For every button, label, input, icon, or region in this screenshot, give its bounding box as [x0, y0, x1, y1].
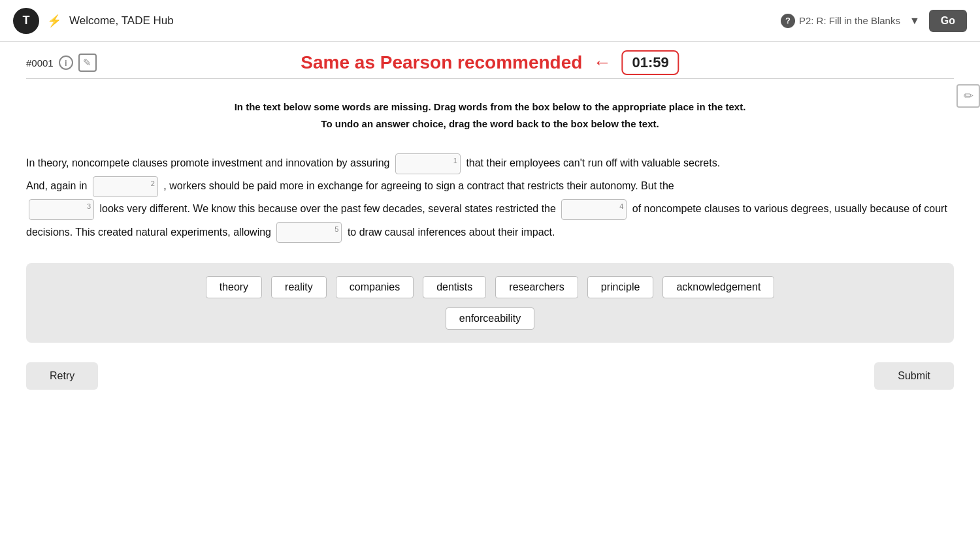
- word-chip-acknowledgement[interactable]: acknowledgement: [662, 276, 774, 298]
- passage-text-2: that their employees can't run off with …: [466, 157, 720, 168]
- word-chip-researchers[interactable]: researchers: [495, 276, 578, 298]
- header-right: ? P2: R: Fill in the Blanks ▼ Go: [781, 10, 967, 32]
- blank-num-1: 1: [453, 153, 457, 168]
- blank-4[interactable]: 4: [561, 199, 627, 220]
- blank-5[interactable]: 5: [276, 222, 342, 243]
- word-chip-enforceability[interactable]: enforceability: [446, 307, 534, 330]
- word-chip-companies[interactable]: companies: [336, 276, 414, 298]
- word-bank-row-1: theory reality companies dentists resear…: [46, 276, 934, 298]
- question-number: #0001: [26, 57, 54, 69]
- arrow-icon: ←: [593, 54, 611, 72]
- section-label: P2: R: Fill in the Blanks: [799, 15, 900, 26]
- retry-button[interactable]: Retry: [26, 362, 98, 390]
- word-bank: theory reality companies dentists resear…: [26, 263, 954, 343]
- help-section: ? P2: R: Fill in the Blanks: [781, 14, 900, 28]
- pencil-icon[interactable]: ✏: [956, 84, 980, 108]
- bolt-icon: ⚡: [47, 14, 61, 28]
- passage-text-7: to draw causal inferences about their im…: [348, 227, 555, 238]
- blank-3[interactable]: 3: [29, 199, 94, 220]
- passage-text-4: , workers should be paid more in exchang…: [163, 180, 674, 191]
- edit-icon[interactable]: ✎: [78, 54, 97, 72]
- blank-num-2: 2: [151, 176, 155, 191]
- passage-text-1: In theory, noncompete clauses promote in…: [26, 157, 389, 168]
- avatar: T: [13, 8, 39, 34]
- passage-text-5: looks very different. We know this becau…: [99, 203, 555, 214]
- blank-num-5: 5: [335, 221, 338, 237]
- instructions-line2: To undo an answer choice, drag the word …: [26, 116, 954, 133]
- word-chip-reality[interactable]: reality: [271, 276, 327, 298]
- blank-num-4: 4: [619, 198, 623, 214]
- bottom-bar: Retry Submit: [26, 362, 954, 390]
- blank-1[interactable]: 1: [395, 153, 461, 174]
- main-content: #0001 i ✎ Same as Pearson recommended ← …: [0, 42, 980, 549]
- word-chip-theory[interactable]: theory: [206, 276, 262, 298]
- question-number-group: #0001 i ✎: [26, 54, 97, 72]
- word-bank-row-2: enforceability: [46, 307, 934, 330]
- instructions: In the text below some words are missing…: [26, 99, 954, 132]
- instructions-line1: In the text below some words are missing…: [26, 99, 954, 116]
- word-chip-dentists[interactable]: dentists: [423, 276, 486, 298]
- dropdown-button[interactable]: ▼: [907, 12, 923, 29]
- timer: 01:59: [621, 50, 679, 75]
- header: T ⚡ Welcome, TADE Hub ? P2: R: Fill in t…: [0, 0, 980, 42]
- info-icon[interactable]: i: [59, 55, 73, 70]
- top-bar: #0001 i ✎ Same as Pearson recommended ← …: [26, 42, 954, 79]
- header-title: Welcome, TADE Hub: [69, 14, 174, 27]
- blank-2[interactable]: 2: [93, 176, 158, 197]
- help-icon[interactable]: ?: [781, 14, 795, 28]
- submit-button[interactable]: Submit: [874, 362, 954, 390]
- passage-text-3: And, again in: [26, 180, 87, 191]
- passage: In theory, noncompete clauses promote in…: [26, 151, 954, 243]
- go-button[interactable]: Go: [929, 10, 967, 32]
- word-chip-principle[interactable]: principle: [587, 276, 654, 298]
- page-title: Same as Pearson recommended: [301, 52, 582, 73]
- title-center: Same as Pearson recommended ← 01:59: [301, 50, 679, 75]
- blank-num-3: 3: [87, 198, 91, 214]
